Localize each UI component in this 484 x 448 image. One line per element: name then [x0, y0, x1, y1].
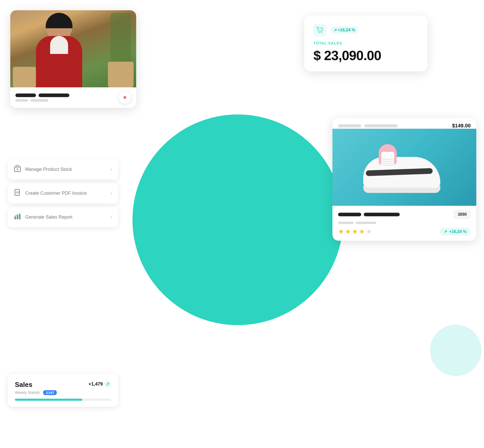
star-3: ★	[352, 228, 358, 236]
stock-chevron: ›	[110, 167, 112, 172]
stats-subtitle: Weekly Statistic 3,547	[15, 390, 111, 395]
person-image	[10, 10, 136, 87]
shoe-image-area	[332, 129, 476, 206]
svg-rect-11	[14, 216, 16, 219]
star-4: ★	[359, 228, 365, 236]
stats-increase-badge: +1,479 ↗	[88, 381, 111, 387]
sales-amount: $ 23,090.00	[313, 48, 418, 63]
growth-arrow-icon: ↗	[333, 28, 337, 33]
photo-card-sub1	[15, 99, 28, 102]
product-detail-card: $149.00 3890	[332, 118, 476, 241]
heart-button[interactable]: ♥	[119, 91, 131, 104]
center-cart-icon	[157, 118, 171, 135]
stock-count-badge: 3890	[454, 210, 471, 219]
svg-point-1	[166, 129, 168, 131]
report-icon	[14, 213, 21, 222]
svg-point-3	[321, 32, 322, 33]
rating-arrow-icon: ↗	[444, 229, 447, 234]
invoice-chevron: ›	[110, 191, 112, 196]
menu-item-stock[interactable]: Manage Product Stock ›	[8, 159, 118, 180]
stock-label: Manage Product Stock	[25, 167, 72, 172]
product-sub-bar1	[338, 222, 353, 224]
total-sales-card: ↗ +16,24 % TOTAL SALES $ 23,090.00	[304, 15, 427, 71]
svg-rect-13	[19, 214, 21, 219]
star-1: ★	[338, 228, 344, 236]
stats-arrow-icon: ↗	[104, 381, 111, 387]
decorative-blob	[430, 325, 481, 376]
stock-icon	[14, 165, 21, 174]
rating-percent: +16,24 %	[449, 229, 467, 234]
svg-point-0	[162, 129, 164, 131]
sales-label: TOTAL SALES	[313, 41, 418, 45]
product-price: $149.00	[452, 123, 471, 129]
background-blob	[133, 115, 343, 325]
svg-rect-12	[17, 215, 18, 219]
product-card-header: $149.00	[332, 118, 476, 129]
star-2: ★	[345, 228, 351, 236]
sales-growth-badge: ↗ +16,24 %	[330, 26, 358, 34]
photo-card-label2	[39, 94, 69, 97]
product-label2	[364, 213, 400, 216]
product-header-bar2	[364, 124, 398, 127]
photo-card-bottom: ♥	[10, 87, 136, 108]
growth-percent: +16,24 %	[338, 28, 355, 32]
stars-container: ★ ★ ★ ★ ★	[338, 228, 372, 236]
product-card-bottom: 3890 ★ ★ ★ ★ ★ ↗ +16,24 %	[332, 206, 476, 241]
stats-increase-value: +1,479	[88, 381, 103, 387]
svg-point-5	[17, 169, 18, 170]
product-label1	[338, 213, 361, 216]
star-5: ★	[366, 228, 372, 236]
sales-stats-card: Sales +1,479 ↗ Weekly Statistic 3,547	[8, 374, 118, 407]
report-label: Generate Sales Report	[25, 214, 72, 220]
heart-icon: ♥	[123, 94, 126, 101]
photo-card-label1	[15, 94, 36, 97]
menu-item-report[interactable]: Generate Sales Report ›	[8, 207, 118, 227]
product-sub-bar2	[356, 222, 376, 224]
product-header-bar1	[338, 124, 361, 127]
report-chevron: ›	[110, 214, 112, 220]
photo-card-sub2	[30, 99, 48, 102]
product-photo-card: ♥	[10, 10, 136, 108]
progress-bar-container	[15, 399, 111, 401]
progress-bar-fill	[15, 399, 82, 401]
svg-text:PDF: PDF	[16, 191, 20, 193]
product-rating-row: ★ ★ ★ ★ ★ ↗ +16,24 %	[338, 228, 471, 236]
sales-cart-icon	[313, 24, 326, 36]
invoice-label: Create Customer PDF Invoice	[25, 191, 87, 196]
invoice-icon: PDF	[14, 189, 21, 198]
stats-title: Sales	[15, 381, 32, 388]
svg-point-2	[319, 32, 320, 33]
menu-item-invoice[interactable]: PDF Create Customer PDF Invoice ›	[8, 183, 118, 203]
weekly-count-badge: 3,547	[43, 390, 57, 395]
sales-card-header: ↗ +16,24 %	[313, 24, 418, 36]
menu-cards-list: Manage Product Stock › PDF Create Custom…	[8, 159, 118, 227]
product-rating-badge: ↗ +16,24 %	[440, 228, 471, 236]
product-photo-area	[10, 10, 136, 87]
